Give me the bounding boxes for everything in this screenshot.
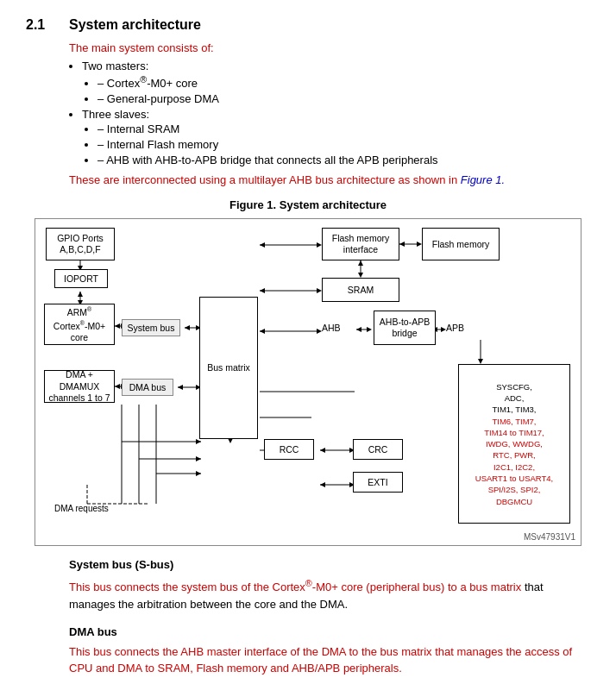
dma-requests-label: DMA requests [54, 504, 109, 513]
rcc-label: RCC [280, 444, 299, 456]
gpio-box: GPIO PortsA,B,C,D,F [46, 228, 115, 260]
svg-marker-4 [78, 292, 83, 297]
dma-box: DMA + DMAMUXchannels 1 to 7 [44, 370, 115, 403]
svg-marker-28 [260, 288, 265, 293]
conclusion-intro: These are interconnected using a multila… [69, 173, 461, 186]
crc-label: CRC [368, 444, 388, 456]
svg-marker-13 [185, 325, 190, 330]
svg-marker-48 [320, 448, 325, 453]
figure-caption: Figure 1. System architecture [26, 198, 590, 211]
svg-marker-58 [196, 439, 201, 444]
section-title: System architecture [69, 17, 201, 33]
sram-label: SRAM [348, 285, 374, 297]
ioport-box: IOPORT [54, 269, 108, 288]
dma-label: DMA + DMAMUXchannels 1 to 7 [47, 369, 112, 405]
flash-interface-box: Flash memoryinterface [322, 228, 399, 260]
sub-item-sram: Internal SRAM [97, 122, 590, 135]
svg-marker-34 [356, 327, 361, 332]
system-bus-box: System bus [122, 319, 180, 336]
crc-box: CRC [353, 439, 403, 460]
bus-matrix-label: Bus matrix [207, 362, 250, 374]
ahb-label: AHB [322, 323, 341, 333]
subsection-dma-bus: DMA bus This bus connects the AHB master… [26, 625, 590, 677]
bullet-masters: Two masters: Cortex®-M0+ core General-pu… [82, 60, 590, 105]
svg-marker-7 [115, 323, 120, 329]
svg-marker-22 [399, 242, 405, 247]
svg-marker-10 [115, 384, 120, 389]
ioport-label: IOPORT [64, 273, 98, 286]
sub-item-flash: Internal Flash memory [97, 138, 590, 151]
section-header: 2.1 System architecture [26, 17, 590, 33]
sub-item-cortex: Cortex®-M0+ core [97, 74, 590, 90]
subsection-system-bus-text: This bus connects the system bus of the … [69, 576, 590, 612]
rcc-box: RCC [264, 439, 314, 460]
peripherals-box: SYSCFG,ADC,TIM1, TIM3, TIM6, TIM7,TIM14 … [458, 364, 570, 524]
subsection-dma-bus-text: This bus connects the AHB master interfa… [69, 643, 590, 677]
svg-marker-60 [196, 456, 201, 461]
svg-marker-33 [367, 327, 372, 332]
arm-core-box: ARM®Cortex®-M0+core [44, 304, 115, 345]
gpio-label: GPIO PortsA,B,C,D,F [57, 233, 104, 256]
sram-box: SRAM [322, 278, 399, 302]
subsection-system-bus: System bus (S-bus) This bus connects the… [26, 558, 590, 612]
dma-bus-box: DMA bus [122, 379, 173, 396]
arm-core-label: ARM®Cortex®-M0+core [53, 305, 105, 343]
svg-marker-31 [260, 329, 265, 334]
section-number: 2.1 [26, 17, 52, 33]
dma-bus-label: DMA bus [129, 382, 167, 394]
peripherals-text: SYSCFG,ADC,TIM1, TIM3, TIM6, TIM7,TIM14 … [475, 381, 553, 507]
sub-item-ahb: AHB with AHB-to-APB bridge that connects… [97, 154, 590, 166]
exti-label: EXTI [368, 477, 387, 489]
flash-memory-box: Flash memory [422, 228, 500, 260]
svg-marker-16 [178, 385, 183, 390]
intro-text: The main system consists of: [69, 41, 590, 54]
apb-label: APB [446, 323, 464, 333]
sub-list-slaves: Internal SRAM Internal Flash memory AHB … [97, 122, 590, 166]
flash-interface-label: Flash memoryinterface [332, 233, 390, 256]
system-bus-label: System bus [128, 323, 175, 335]
bullet-slaves: Three slaves: Internal SRAM Internal Fla… [82, 108, 590, 166]
ahb-apb-label: AHB-to-APBbridge [380, 317, 430, 340]
diagram-container: GPIO PortsA,B,C,D,F IOPORT ARM®Cortex®-M… [35, 218, 581, 546]
svg-marker-25 [358, 260, 363, 266]
peripherals-tim6: TIM6, TIM7,TIM14 to TIM17,IWDG, WWDG,RTC… [475, 417, 553, 506]
svg-marker-51 [320, 482, 325, 487]
flash-memory-label: Flash memory [432, 239, 490, 251]
sub-list-masters: Cortex®-M0+ core General-purpose DMA [97, 74, 590, 105]
ahb-apb-box: AHB-to-APBbridge [374, 311, 436, 345]
figure1-link[interactable]: Figure 1. [461, 173, 505, 186]
sub-item-dma: General-purpose DMA [97, 92, 590, 105]
conclusion-text: These are interconnected using a multila… [69, 173, 590, 186]
exti-box: EXTI [353, 472, 403, 493]
subsection-system-bus-title: System bus (S-bus) [69, 558, 590, 571]
bus-matrix-box: Bus matrix [199, 297, 258, 439]
svg-marker-62 [196, 471, 201, 476]
msv-label: MSv47931V1 [524, 532, 575, 542]
svg-marker-19 [260, 242, 265, 248]
bullet-list: Two masters: Cortex®-M0+ core General-pu… [82, 60, 590, 166]
subsection-dma-bus-title: DMA bus [69, 625, 590, 638]
